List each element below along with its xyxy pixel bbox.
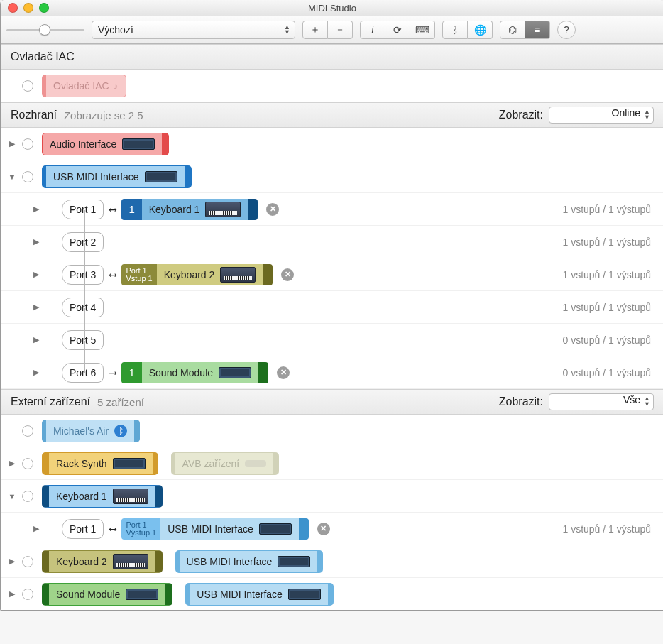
usb-if-link-label: USB MIDI Interface xyxy=(197,589,283,600)
test-button[interactable]: ⌨ xyxy=(410,21,435,39)
device-actions-seg: i ⟳ ⌨ xyxy=(360,21,435,39)
usb-interface-row[interactable]: ▼ USB MIDI Interface xyxy=(1,160,663,193)
enable-radio[interactable] xyxy=(22,458,33,469)
zoom-icon[interactable] xyxy=(39,3,49,13)
close-icon[interactable] xyxy=(8,3,18,13)
device-icon xyxy=(245,460,266,467)
port-pill[interactable]: Port 1 xyxy=(62,519,104,539)
bluetooth-button[interactable]: ᛒ xyxy=(442,21,468,39)
remove-connection-button[interactable]: ✕ xyxy=(266,203,279,216)
globe-icon: 🌐 xyxy=(474,24,486,36)
disclosure-icon[interactable]: ▶ xyxy=(32,270,40,279)
network-button[interactable]: 🌐 xyxy=(468,21,493,39)
minimize-icon[interactable] xyxy=(23,3,33,13)
enable-radio[interactable] xyxy=(22,80,33,92)
usb-if-chip[interactable]: Port 1 Výstup 1 USB MIDI Interface xyxy=(121,518,308,540)
disclosure-icon[interactable]: ▶ xyxy=(8,139,16,148)
ext-rack-row[interactable]: ▶ Rack Synth AVB zařízení xyxy=(1,447,663,480)
port-pill[interactable]: Port 6 xyxy=(62,363,104,383)
help-button[interactable]: ? xyxy=(557,21,576,39)
port-pill[interactable]: Port 3 xyxy=(62,265,104,285)
ext-sm-row[interactable]: ▶ Sound Module USB MIDI Interface xyxy=(1,578,663,610)
ext-kbd2-row[interactable]: ▶ Keyboard 2 USB MIDI Interface xyxy=(1,545,663,578)
usb-if-link-tag[interactable]: USB MIDI Interface xyxy=(185,583,334,606)
disclosure-icon[interactable]: ▶ xyxy=(32,335,40,344)
enable-radio[interactable] xyxy=(22,138,33,150)
port-row: ▶ Port 6 ⟶ 1 Sound Module ✕ 0 vstupů / 1… xyxy=(1,356,663,389)
keyboard2-tag[interactable]: Keyboard 2 xyxy=(42,550,163,573)
hierarchy-view-button[interactable]: ⌬ xyxy=(500,21,525,39)
disclosure-icon[interactable]: ▶ xyxy=(32,204,40,214)
remove-connection-button[interactable]: ✕ xyxy=(277,366,290,379)
disclosure-icon[interactable]: ▶ xyxy=(32,302,40,312)
keyboard1-tag[interactable]: Keyboard 1 xyxy=(42,485,163,508)
io-meta: 0 vstupů / 1 výstupů xyxy=(562,334,657,346)
keyboard-icon: ⌨ xyxy=(415,24,429,36)
port-pill[interactable]: Port 4 xyxy=(62,298,104,317)
port-label: Port 5 xyxy=(70,334,96,346)
ext-kbd1-row[interactable]: ▼ Keyboard 1 xyxy=(1,480,663,513)
keyboard2-chip[interactable]: Port 1 Vstup 1 Keyboard 2 xyxy=(121,264,273,285)
port-pill[interactable]: Port 5 xyxy=(62,330,104,350)
external-filter-value: Vše xyxy=(623,394,640,405)
enable-radio[interactable] xyxy=(22,491,33,502)
list-icon: ≡ xyxy=(535,24,540,36)
keyboard1-chip[interactable]: 1 Keyboard 1 xyxy=(121,199,258,220)
filter-label: Zobrazit: xyxy=(499,395,543,408)
add-button[interactable]: ＋ xyxy=(302,21,328,39)
section-interfaces: Rozhraní Zobrazuje se 2 5 Zobrazit: Onli… xyxy=(1,102,663,128)
port-pill[interactable]: Port 1 xyxy=(62,200,104,219)
sound-module-chip[interactable]: 1 Sound Module xyxy=(121,362,268,383)
rescan-button[interactable]: ⟳ xyxy=(385,21,410,39)
port-label: Port 3 xyxy=(70,269,96,280)
disclosure-icon[interactable]: ▶ xyxy=(8,589,16,599)
sound-module-tag[interactable]: Sound Module xyxy=(42,583,172,606)
ext-air-row[interactable]: Michael's Air ᛒ xyxy=(1,415,663,447)
window-title: MIDI Studio xyxy=(308,3,356,13)
remove-connection-button[interactable]: ✕ xyxy=(281,268,294,281)
enable-radio[interactable] xyxy=(22,556,33,567)
chip-side: 1 xyxy=(121,362,141,383)
list-view-button[interactable]: ≡ xyxy=(525,21,550,39)
disclosure-icon[interactable]: ▶ xyxy=(32,368,40,377)
io-meta: 1 vstupů / 1 výstupů xyxy=(562,204,657,215)
config-dropdown[interactable]: Výchozí ▲▼ xyxy=(92,21,295,39)
iac-device-tag[interactable]: Ovladač IAC ♪ xyxy=(42,75,126,97)
disclosure-icon[interactable]: ▶ xyxy=(8,459,16,468)
chip-label: Sound Module xyxy=(149,367,213,378)
midi-studio-window: MIDI Studio Výchozí ▲▼ ＋ － i ⟳ ⌨ ᛒ 🌐 ⌬ ≡… xyxy=(0,0,663,611)
disclosure-icon[interactable]: ▼ xyxy=(8,173,16,181)
iac-device-label: Ovladač IAC xyxy=(53,80,109,92)
interfaces-filter-select[interactable]: Online ▲▼ xyxy=(549,107,654,124)
disclosure-icon[interactable]: ▶ xyxy=(32,524,40,533)
air-device-tag[interactable]: Michael's Air ᛒ xyxy=(42,420,140,442)
rack-synth-tag[interactable]: Rack Synth xyxy=(42,452,158,475)
usb-interface-tag[interactable]: USB MIDI Interface xyxy=(42,165,192,188)
disclosure-icon[interactable]: ▶ xyxy=(8,557,16,566)
enable-radio[interactable] xyxy=(22,171,33,182)
audio-interface-tag[interactable]: Audio Interface xyxy=(42,133,169,155)
remove-button[interactable]: － xyxy=(328,21,353,39)
audio-interface-row[interactable]: ▶ Audio Interface xyxy=(1,128,663,160)
port-pill[interactable]: Port 2 xyxy=(62,232,104,252)
section-external-title: Externí zařízení xyxy=(11,395,90,408)
zoom-slider[interactable] xyxy=(6,24,84,36)
toolbar: Výchozí ▲▼ ＋ － i ⟳ ⌨ ᛒ 🌐 ⌬ ≡ ? xyxy=(1,16,663,44)
disclosure-icon[interactable]: ▶ xyxy=(32,237,40,246)
remove-connection-button[interactable]: ✕ xyxy=(317,523,330,535)
keyboard-icon xyxy=(205,202,241,217)
chip-label: Keyboard 2 xyxy=(164,269,215,280)
enable-radio[interactable] xyxy=(22,425,33,437)
iac-row[interactable]: Ovladač IAC ♪ xyxy=(1,70,663,102)
usb-if-link-tag[interactable]: USB MIDI Interface xyxy=(175,550,324,573)
enable-radio[interactable] xyxy=(22,589,33,600)
port-row: ▶ Port 5 0 vstupů / 1 výstupů xyxy=(1,324,663,356)
disclosure-icon[interactable]: ▼ xyxy=(8,492,16,501)
device-icon xyxy=(219,367,251,378)
external-filter-select[interactable]: Vše ▲▼ xyxy=(549,393,654,410)
info-button[interactable]: i xyxy=(360,21,385,39)
io-meta: 1 vstupů / 1 výstupů xyxy=(562,269,657,280)
interfaces-filter-value: Online xyxy=(612,107,640,119)
avb-device-tag[interactable]: AVB zařízení xyxy=(171,452,280,475)
view-seg: ⌬ ≡ xyxy=(500,21,550,39)
